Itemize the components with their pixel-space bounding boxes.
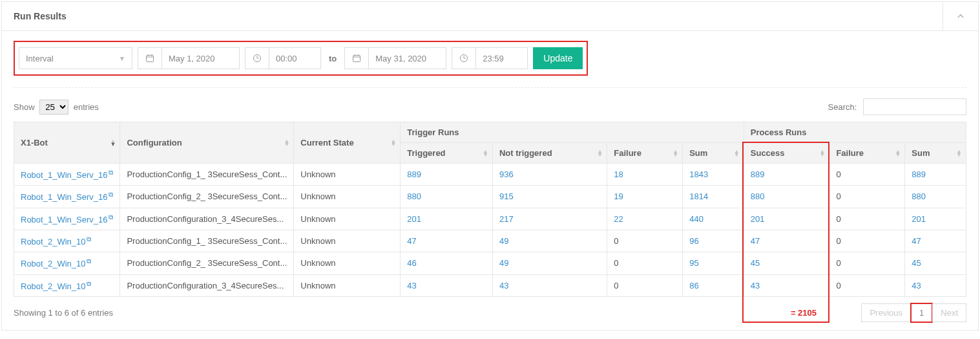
- collapse-toggle[interactable]: [943, 2, 978, 30]
- cell-t-failure: 0: [607, 252, 683, 274]
- cell-bot: Robot_2_Win_10⧉: [14, 252, 120, 274]
- sort-icon: ▲▼: [956, 150, 962, 157]
- success-link[interactable]: 880: [751, 191, 765, 201]
- bot-link[interactable]: Robot_2_Win_10: [21, 259, 85, 269]
- cell-triggered: 201: [401, 208, 493, 230]
- not-triggered-link[interactable]: 936: [499, 170, 514, 179]
- run-results-panel: Run Results Interval ▼ May 1, 2020 00:00: [1, 1, 979, 331]
- external-link-icon: ⧉: [109, 213, 113, 221]
- failure-link[interactable]: 18: [614, 170, 623, 179]
- chevron-up-icon: [957, 12, 964, 20]
- page-1-button[interactable]: 1: [911, 303, 932, 322]
- triggered-link[interactable]: 47: [407, 236, 416, 246]
- calendar-from-button[interactable]: [138, 47, 162, 69]
- p-sum-link[interactable]: 43: [912, 281, 921, 290]
- sort-icon: ▲▼: [895, 150, 901, 157]
- sort-icon: ▲▼: [672, 150, 678, 157]
- calendar-icon: [352, 54, 361, 63]
- success-link[interactable]: 43: [751, 281, 760, 290]
- cell-t-sum: 440: [683, 208, 744, 230]
- next-page-button[interactable]: Next: [932, 303, 966, 322]
- panel-header: Run Results: [2, 2, 978, 31]
- cell-not-triggered: 217: [492, 208, 607, 230]
- clock-to-button[interactable]: [452, 47, 476, 69]
- table-row: Robot_1_Win_Serv_16⧉ProductionConfig_1_ …: [14, 164, 966, 186]
- triggered-link[interactable]: 201: [407, 214, 421, 224]
- not-triggered-link[interactable]: 217: [499, 214, 514, 224]
- sum-link[interactable]: 95: [689, 258, 698, 268]
- col-p-failure[interactable]: Failure▲▼: [829, 143, 905, 164]
- sort-icon: ▲▼: [390, 140, 396, 146]
- col-triggered[interactable]: Triggered▲▼: [401, 143, 493, 164]
- cell-triggered: 47: [401, 230, 493, 252]
- sum-link[interactable]: 86: [689, 281, 698, 290]
- entries-select[interactable]: 25: [39, 100, 68, 115]
- col-config[interactable]: Configuration ▲▼: [120, 122, 294, 164]
- success-link[interactable]: 201: [751, 214, 765, 224]
- cell-not-triggered: 915: [492, 186, 607, 208]
- failure-link[interactable]: 22: [614, 214, 623, 224]
- sum-link[interactable]: 96: [689, 236, 698, 246]
- bot-link[interactable]: Robot_1_Win_Serv_16: [21, 170, 107, 180]
- cell-bot: Robot_1_Win_Serv_16⧉: [14, 186, 120, 208]
- date-to-input[interactable]: May 31, 2020: [369, 47, 446, 69]
- search-input[interactable]: [863, 98, 966, 115]
- cell-p-failure: 0: [829, 164, 905, 186]
- success-link[interactable]: 47: [751, 236, 760, 246]
- time-from-input[interactable]: 00:00: [269, 47, 321, 69]
- sum-link[interactable]: 1814: [689, 191, 708, 201]
- bot-link[interactable]: Robot_1_Win_Serv_16: [21, 193, 107, 202]
- update-button[interactable]: Update: [533, 47, 583, 69]
- success-link[interactable]: 45: [751, 258, 760, 268]
- p-sum-link[interactable]: 45: [912, 258, 921, 268]
- not-triggered-link[interactable]: 43: [499, 281, 508, 290]
- not-triggered-link[interactable]: 49: [499, 236, 508, 246]
- cell-success: 43: [744, 274, 829, 296]
- col-t-sum[interactable]: Sum▲▼: [683, 143, 744, 164]
- prev-page-button[interactable]: Previous: [861, 303, 911, 322]
- date-from-input[interactable]: May 1, 2020: [162, 47, 240, 69]
- cell-triggered: 880: [401, 186, 493, 208]
- p-sum-link[interactable]: 880: [912, 191, 926, 201]
- sum-link[interactable]: 1843: [689, 170, 708, 179]
- triggered-link[interactable]: 43: [407, 281, 416, 290]
- triggered-link[interactable]: 889: [407, 170, 421, 179]
- time-to-input[interactable]: 23:59: [476, 47, 528, 69]
- col-p-sum[interactable]: Sum▲▼: [905, 143, 966, 164]
- cell-p-failure: 0: [829, 230, 905, 252]
- failure-link[interactable]: 19: [614, 191, 623, 201]
- col-not-triggered[interactable]: Not triggered▲▼: [492, 143, 607, 164]
- success-link[interactable]: 889: [751, 170, 765, 179]
- not-triggered-link[interactable]: 915: [499, 191, 514, 201]
- p-sum-link[interactable]: 889: [912, 170, 926, 179]
- cell-t-failure: 19: [607, 186, 683, 208]
- table-row: Robot_2_Win_10⧉ProductionConfiguration_3…: [14, 274, 966, 296]
- bot-link[interactable]: Robot_2_Win_10: [21, 237, 85, 246]
- not-triggered-link[interactable]: 49: [499, 258, 508, 268]
- table-row: Robot_1_Win_Serv_16⧉ProductionConfig_2_ …: [14, 186, 966, 208]
- table-controls: Show 25 entries Search:: [14, 98, 966, 115]
- bot-link[interactable]: Robot_1_Win_Serv_16: [21, 215, 107, 224]
- cell-t-sum: 1843: [683, 164, 744, 186]
- cell-t-failure: 0: [607, 274, 683, 296]
- clock-from-button[interactable]: [245, 47, 269, 69]
- col-bot[interactable]: X1-Bot ▲▼: [14, 122, 120, 164]
- triggered-link[interactable]: 880: [407, 191, 421, 201]
- cell-bot: Robot_2_Win_10⧉: [14, 274, 120, 296]
- panel-body: Interval ▼ May 1, 2020 00:00 to M: [2, 31, 978, 330]
- interval-mode-dropdown[interactable]: Interval ▼: [19, 47, 132, 69]
- col-state[interactable]: Current State ▲▼: [294, 122, 401, 164]
- cell-p-sum: 47: [905, 230, 966, 252]
- p-sum-link[interactable]: 201: [912, 214, 926, 224]
- col-success[interactable]: Success▲▼: [744, 143, 829, 164]
- cell-t-failure: 22: [607, 208, 683, 230]
- p-sum-link[interactable]: 47: [912, 236, 921, 246]
- cell-t-sum: 95: [683, 252, 744, 274]
- cell-t-failure: 0: [607, 230, 683, 252]
- col-t-failure[interactable]: Failure▲▼: [607, 143, 683, 164]
- triggered-link[interactable]: 46: [407, 258, 416, 268]
- bot-link[interactable]: Robot_2_Win_10: [21, 281, 85, 291]
- calendar-to-button[interactable]: [344, 47, 369, 69]
- cell-success: 889: [744, 164, 829, 186]
- sum-link[interactable]: 440: [689, 214, 704, 224]
